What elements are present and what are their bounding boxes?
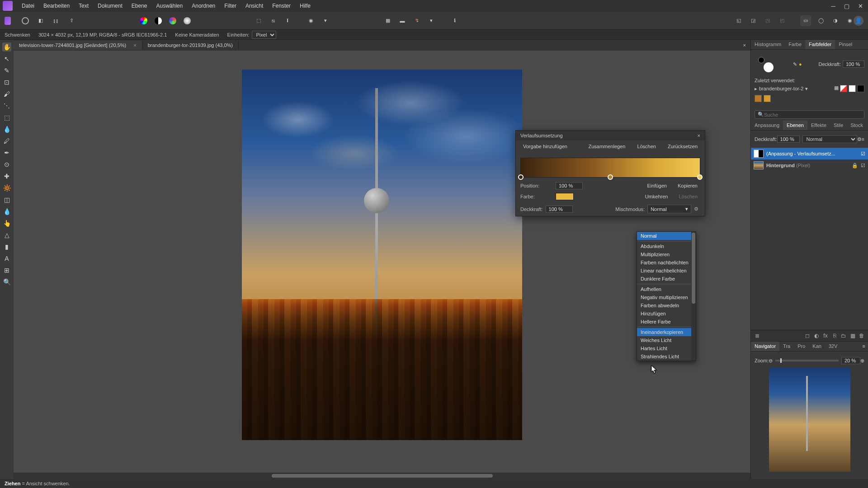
dropdown-icon[interactable]: ▾ xyxy=(320,15,331,26)
tab-close-icon[interactable]: × xyxy=(133,42,136,48)
menu-ansicht[interactable]: Ansicht xyxy=(241,1,268,11)
blend-option[interactable]: Hinzufügen xyxy=(637,310,696,318)
panel-tab-farbfelder[interactable]: Farbfelder xyxy=(805,40,835,49)
selection-subtract-icon[interactable]: ⧅ xyxy=(268,15,278,26)
menu-dokument[interactable]: Dokument xyxy=(93,1,127,11)
grid-icon[interactable]: ▦ xyxy=(382,15,393,26)
arrange2-icon[interactable]: ◲ xyxy=(748,15,759,26)
add-layer-icon[interactable]: ▦ xyxy=(849,332,856,339)
fx-icon[interactable]: fx xyxy=(822,332,829,339)
persona-tone-icon[interactable]: ⫿⫿ xyxy=(51,15,61,26)
blend-option[interactable]: Abdunkeln xyxy=(637,242,696,250)
color-picker-icon[interactable] xyxy=(167,15,178,26)
mask-icon[interactable]: ◻ xyxy=(804,332,811,339)
merge-button[interactable]: Zusammenlegen xyxy=(585,143,628,150)
blend-option[interactable]: Linear nachbelichten xyxy=(637,267,696,275)
position-input[interactable]: 100 % xyxy=(556,182,583,189)
zoom-value[interactable]: 20 % xyxy=(841,357,860,364)
menu-fenster[interactable]: Fenster xyxy=(268,1,295,11)
add-preset-button[interactable]: Vorgabe hinzufügen xyxy=(520,143,570,150)
panel-tab-effekte[interactable]: Effekte xyxy=(807,121,830,130)
blend-option[interactable]: Ineinanderkopieren xyxy=(637,328,696,336)
blend-option[interactable]: Farben abwedeln xyxy=(637,301,696,310)
panel-tab-navigator[interactable]: Navigator xyxy=(751,342,779,351)
persona-liquify-icon[interactable] xyxy=(20,15,31,26)
panel-tab-stile[interactable]: Stile xyxy=(830,121,847,130)
preset-chevron-icon[interactable]: ▸ xyxy=(755,86,757,92)
menu-bearbeiten[interactable]: Bearbeiten xyxy=(39,1,74,11)
panel-tab-pinsel[interactable]: Pinsel xyxy=(835,40,856,49)
menu-text[interactable]: Text xyxy=(74,1,93,11)
text-tool[interactable]: A xyxy=(2,254,11,263)
preset-swatch-3[interactable] xyxy=(857,85,864,92)
gear-icon[interactable]: ⚙ xyxy=(694,206,700,212)
smudge-tool[interactable]: 👆 xyxy=(2,219,11,228)
navigator-thumbnail[interactable] xyxy=(769,368,850,472)
delete-button[interactable]: Löschen xyxy=(634,143,659,150)
dropdown-scrollbar[interactable] xyxy=(691,232,696,361)
document-tab-1[interactable]: television-tower-7244801.jpg [Geändert] … xyxy=(14,41,142,50)
crop-tool[interactable]: ⊡ xyxy=(2,78,11,87)
persona-develop-icon[interactable]: ◧ xyxy=(35,15,46,26)
selection-brush-tool[interactable]: ⋱ xyxy=(2,101,11,110)
pen-tool[interactable]: ✒ xyxy=(2,148,11,157)
gradient-editor[interactable] xyxy=(520,158,700,178)
blur-tool[interactable]: 💧 xyxy=(2,207,11,216)
group-icon[interactable]: 🗀 xyxy=(840,332,847,339)
link-icon[interactable]: ⎘ xyxy=(831,332,838,339)
foreground-background-swatch[interactable] xyxy=(757,56,774,72)
zoom-out-icon[interactable]: ⊖ xyxy=(769,358,773,364)
zoom-tool[interactable]: 🔍 xyxy=(2,277,11,286)
sharpen-tool[interactable]: △ xyxy=(2,230,11,239)
units-select[interactable]: Pixel xyxy=(252,31,276,39)
persona-export-icon[interactable]: ⇪ xyxy=(66,15,77,26)
blend-mode-select[interactable]: Normal▾ xyxy=(647,205,691,213)
clone-tool[interactable]: ⊙ xyxy=(2,160,11,169)
tabs-close-icon[interactable]: × xyxy=(739,42,750,48)
account-avatar[interactable]: 👤 xyxy=(854,16,863,26)
menu-hilfe[interactable]: Hilfe xyxy=(295,1,315,11)
blend-option[interactable]: Aufhellen xyxy=(637,285,696,293)
menu-anordnen[interactable]: Anordnen xyxy=(187,1,220,11)
visibility-checkbox[interactable]: ☑ xyxy=(861,151,865,157)
mesh-tool[interactable]: ⊞ xyxy=(2,266,11,275)
heal-tool[interactable]: ✚ xyxy=(2,172,11,181)
shape-tool[interactable]: ▮ xyxy=(2,242,11,251)
persona-photo-icon[interactable] xyxy=(5,15,15,26)
panel-menu-icon[interactable]: ≡ xyxy=(860,342,868,351)
menu-ebene[interactable]: Ebene xyxy=(127,1,152,11)
delete-stop-button[interactable]: Löschen xyxy=(676,193,700,200)
gradient-stop-3[interactable] xyxy=(697,174,703,180)
reset-button[interactable]: Zurücksetzen xyxy=(665,143,700,150)
document-tab-2[interactable]: brandenburger-tor-201939.jpg (43,0%) xyxy=(142,41,239,50)
blend-option[interactable]: Farben nachbelichten xyxy=(637,258,696,267)
info-icon[interactable]: ℹ xyxy=(449,15,460,26)
blend-option[interactable]: Hellere Farbe xyxy=(637,318,696,326)
blend-option[interactable]: Strahlendes Licht xyxy=(637,352,696,361)
blend-option[interactable]: Hartes Licht xyxy=(637,344,696,352)
gradient-stop-2[interactable] xyxy=(608,174,613,180)
copy-button[interactable]: Kopieren xyxy=(675,182,700,189)
menu-filter[interactable]: Filter xyxy=(220,1,241,11)
delete-layer-icon[interactable]: 🗑 xyxy=(858,332,865,339)
gradient-tool[interactable]: 🖊 xyxy=(2,136,11,145)
gradient-stop-1[interactable] xyxy=(518,174,524,180)
quick-mask-icon[interactable]: ◉ xyxy=(306,15,316,26)
recent-swatch-1[interactable] xyxy=(755,95,762,102)
panel-tab-ebenen[interactable]: Ebenen xyxy=(783,121,807,130)
erase-tool[interactable]: ◫ xyxy=(2,195,11,204)
close-button[interactable]: ✕ xyxy=(854,0,866,12)
selection-icon[interactable]: ⬚ xyxy=(253,15,264,26)
opacity-value[interactable]: 100 % xyxy=(843,61,864,68)
blend-option[interactable]: Negativ multiplizieren xyxy=(637,293,696,301)
move-tool[interactable]: ↖ xyxy=(2,54,11,63)
eyedropper-icon[interactable]: ✎ xyxy=(793,61,797,67)
marquee-tool[interactable]: ⬚ xyxy=(2,113,11,122)
preset-grid-icon[interactable]: ▦ xyxy=(834,85,839,92)
recent-swatch-2[interactable] xyxy=(764,95,771,102)
layer-background[interactable]: Hintergrund (Pixel) 🔒 ☑ xyxy=(751,160,868,171)
brush-tool[interactable]: 🖌 xyxy=(2,89,11,99)
color-swatch[interactable] xyxy=(556,193,574,200)
panel-tab-anpassung[interactable]: Anpassung xyxy=(751,121,783,130)
panel-tab-farbe[interactable]: Farbe xyxy=(785,40,805,49)
